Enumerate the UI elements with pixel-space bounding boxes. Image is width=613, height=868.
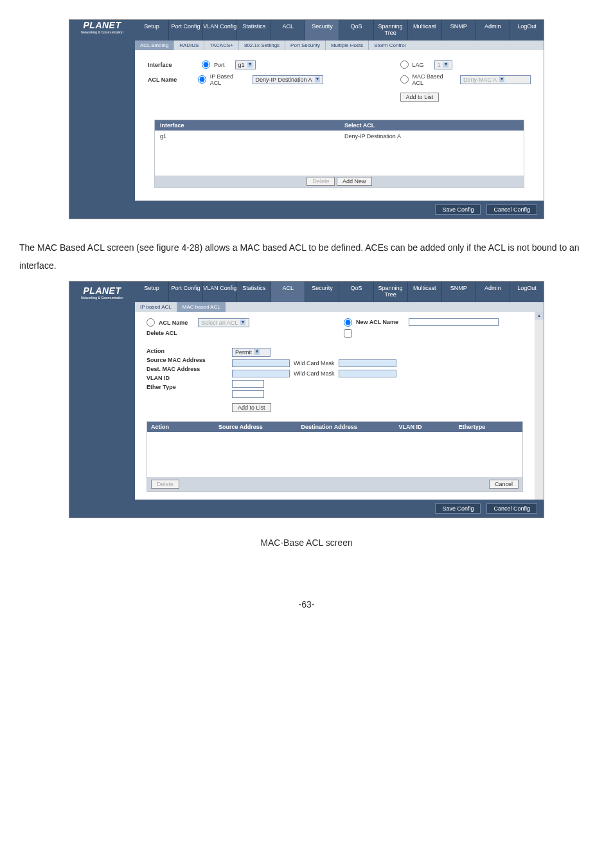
ether-type-label: Ether Type (147, 384, 214, 390)
ether-type-input[interactable] (232, 390, 264, 398)
radio-mac-based-acl-input[interactable] (400, 75, 409, 84)
scrollbar[interactable]: ▴ (535, 312, 544, 500)
add-to-list-button[interactable]: Add to List (400, 93, 440, 102)
nav-acl[interactable]: ACL (271, 282, 305, 302)
new-acl-name-input[interactable] (409, 318, 499, 326)
src-wildcard-input[interactable] (339, 359, 396, 367)
radio-acl-name[interactable]: ACL Name (147, 318, 188, 327)
radio-ip-based-acl[interactable]: IP Based ACL (198, 73, 242, 86)
nav-statistics[interactable]: Statistics (237, 20, 271, 41)
nav-snmp[interactable]: SNMP (442, 20, 476, 41)
nav-multicast[interactable]: Multicast (408, 282, 442, 302)
subnav-mac-based-acl[interactable]: MAC based ACL (177, 302, 226, 312)
dest-mac-input[interactable] (232, 370, 290, 377)
table-cell[interactable]: Deny-IP Destination A (339, 131, 524, 176)
nav-multicast[interactable]: Multicast (408, 20, 442, 41)
nav-snmp[interactable]: SNMP (442, 282, 476, 302)
nav-logout[interactable]: LogOut (510, 20, 544, 41)
chevron-down-icon: ▾ (240, 320, 245, 325)
action-select[interactable]: Permit ▾ (232, 348, 271, 357)
cancel-config-button[interactable]: Cancel Config (486, 503, 537, 514)
planet-logo: PLANET Networking & Communication (69, 285, 135, 300)
table-cell[interactable]: g1 (155, 131, 339, 176)
nav-admin[interactable]: Admin (476, 282, 510, 302)
src-mac-input[interactable] (232, 359, 290, 367)
subnav-multiple-hosts[interactable]: Multiple Hosts (326, 41, 369, 50)
sub-nav: ACL Binding RADIUS TACACS+ 802.1x Settin… (135, 41, 544, 50)
radio-port-input[interactable] (202, 60, 210, 69)
nav-qos[interactable]: QoS (339, 20, 373, 41)
nav-port-config[interactable]: Port Config (169, 20, 203, 41)
nav-port-config[interactable]: Port Config (169, 282, 203, 302)
nav-security[interactable]: Security (305, 20, 339, 41)
lag-select: 1 ▾ (434, 60, 452, 69)
footer-bar: Save Config Cancel Config (69, 500, 544, 518)
subnav-acl-binding[interactable]: ACL Binding (135, 41, 174, 50)
src-mac-label: Source MAC Address (147, 357, 214, 363)
col-select-acl: Select ACL (339, 120, 524, 131)
col-destination-address: Destination Address (298, 422, 395, 432)
radio-lag-input[interactable] (400, 60, 409, 69)
cancel-button[interactable]: Cancel (489, 480, 519, 489)
sidebar: PLANET Networking & Communication (69, 20, 135, 201)
screenshot-security-acl-binding: PLANET Networking & Communication Setup … (69, 19, 544, 219)
nav-setup[interactable]: Setup (135, 20, 169, 41)
radio-new-acl-name-input[interactable] (344, 318, 352, 327)
subnav-tacacs[interactable]: TACACS+ (204, 41, 239, 50)
radio-acl-name-input[interactable] (147, 318, 155, 327)
radio-new-acl-name[interactable]: New ACL Name (344, 318, 398, 327)
nav-security[interactable]: Security (305, 282, 339, 302)
add-to-list-button[interactable]: Add to List (232, 403, 271, 412)
radio-mac-based-acl[interactable]: MAC Based ACL (400, 73, 450, 86)
nav-vlan-config[interactable]: VLAN Config (203, 20, 237, 41)
dest-mac-label: Dest. MAC Address (147, 366, 214, 372)
sub-nav: IP based ACL MAC based ACL (135, 302, 544, 312)
col-action: Action (147, 422, 215, 432)
ip-acl-select[interactable]: Deny-IP Destination A ▾ (253, 75, 323, 84)
delete-button[interactable]: Delete (151, 480, 179, 489)
page-number: -63- (19, 599, 594, 610)
radio-port[interactable]: Port (202, 60, 225, 69)
nav-vlan-config[interactable]: VLAN Config (203, 282, 237, 302)
col-source-address: Source Address (215, 422, 297, 432)
cancel-config-button[interactable]: Cancel Config (486, 204, 537, 215)
acl-name-select: Select an ACL ▾ (198, 318, 249, 327)
nav-statistics[interactable]: Statistics (237, 282, 271, 302)
footer-bar: Save Config Cancel Config (69, 201, 544, 219)
planet-logo: PLANET Networking & Communication (69, 20, 135, 34)
interface-label: Interface (148, 62, 198, 68)
delete-button[interactable]: Delete (306, 177, 335, 186)
chevron-down-icon: ▾ (499, 77, 504, 82)
action-label: Action (147, 348, 214, 354)
port-select[interactable]: g1 ▾ (235, 60, 256, 69)
save-config-button[interactable]: Save Config (435, 204, 481, 215)
nav-acl[interactable]: ACL (271, 20, 305, 41)
nav-qos[interactable]: QoS (339, 282, 373, 302)
nav-spanning-tree[interactable]: Spanning Tree (374, 282, 408, 302)
radio-lag[interactable]: LAG (400, 60, 424, 69)
subnav-ip-based-acl[interactable]: IP based ACL (135, 302, 177, 312)
radio-ip-based-acl-input[interactable] (198, 75, 206, 84)
nav-spanning-tree[interactable]: Spanning Tree (374, 20, 408, 41)
aclname-label: ACL Name (148, 77, 194, 83)
add-new-button[interactable]: Add New (337, 177, 372, 186)
vlan-id-input[interactable] (232, 380, 264, 388)
delete-acl-label: Delete ACL (147, 330, 177, 336)
nav-setup[interactable]: Setup (135, 282, 169, 302)
col-vlan-id: VLAN ID (395, 422, 454, 432)
nav-admin[interactable]: Admin (476, 20, 510, 41)
main-nav: Setup Port Config VLAN Config Statistics… (135, 20, 544, 41)
save-config-button[interactable]: Save Config (435, 503, 481, 514)
subnav-8021x[interactable]: 802.1x Settings (239, 41, 285, 50)
subnav-port-security[interactable]: Port Security (285, 41, 326, 50)
wildcard-label: Wild Card Mask (294, 370, 335, 377)
subnav-storm-control[interactable]: Storm Control (369, 41, 411, 50)
dest-wildcard-input[interactable] (339, 370, 396, 377)
delete-acl-checkbox[interactable] (344, 329, 352, 338)
scroll-up-icon[interactable]: ▴ (535, 312, 544, 320)
subnav-radius[interactable]: RADIUS (174, 41, 204, 50)
screenshot-mac-based-acl: PLANET Networking & Communication Setup … (69, 281, 544, 518)
nav-logout[interactable]: LogOut (510, 282, 544, 302)
chevron-down-icon: ▾ (443, 62, 449, 68)
chevron-down-icon: ▾ (315, 77, 320, 82)
